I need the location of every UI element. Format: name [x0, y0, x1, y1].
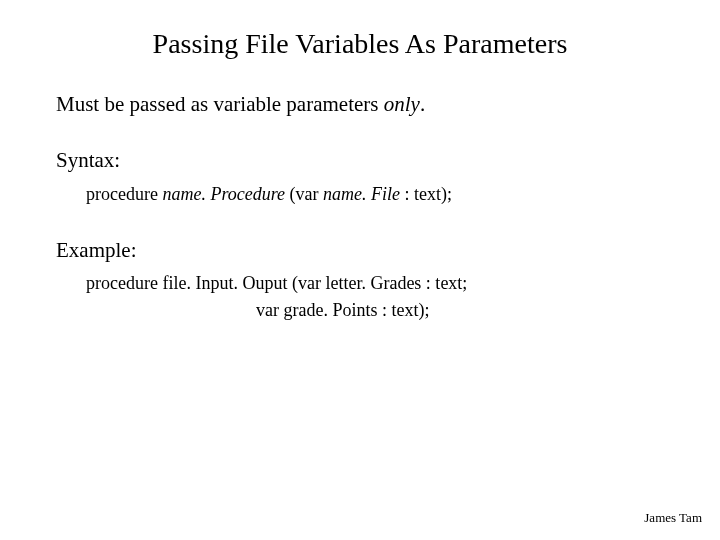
example-lines: procedure file. Input. Ouput (var letter…	[86, 270, 676, 324]
example-heading: Example:	[56, 236, 676, 264]
example-line-1: procedure file. Input. Ouput (var letter…	[86, 270, 676, 297]
slide-title: Passing File Variables As Parameters	[0, 28, 720, 60]
footer-author: James Tam	[644, 510, 702, 526]
slide: Passing File Variables As Parameters Mus…	[0, 0, 720, 540]
slide-body: Must be passed as variable parameters on…	[56, 90, 676, 352]
intro-suffix: .	[420, 92, 425, 116]
syntax-proc-name: name. Procedure	[162, 184, 285, 204]
syntax-tail: : text);	[405, 184, 453, 204]
example-block: Example: procedure file. Input. Ouput (v…	[56, 236, 676, 324]
syntax-file-name: name. File	[323, 184, 404, 204]
syntax-heading: Syntax:	[56, 146, 676, 174]
intro-prefix: Must be passed as variable parameters	[56, 92, 384, 116]
syntax-block: Syntax: procedure name. Procedure (var n…	[56, 146, 676, 207]
intro-only: only	[384, 92, 420, 116]
syntax-mid: (var	[285, 184, 323, 204]
intro-paragraph: Must be passed as variable parameters on…	[56, 90, 676, 118]
example-line-2: var grade. Points : text);	[86, 297, 676, 324]
syntax-line: procedure name. Procedure (var name. Fil…	[86, 181, 676, 208]
syntax-kw: procedure	[86, 184, 162, 204]
